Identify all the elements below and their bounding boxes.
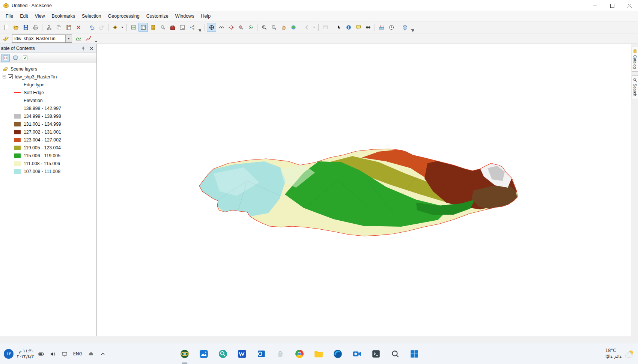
- scene-viewport[interactable]: [97, 44, 631, 336]
- set-observer-icon[interactable]: [246, 23, 255, 32]
- notification-badge[interactable]: ١٣: [4, 349, 14, 359]
- pan-icon[interactable]: [279, 23, 288, 32]
- soft-edge-swatch[interactable]: [14, 92, 21, 93]
- pin-icon[interactable]: [80, 45, 87, 52]
- full-extent-icon[interactable]: [289, 23, 298, 32]
- menu-customize[interactable]: Customize: [143, 12, 172, 20]
- steepest-path-icon[interactable]: [83, 34, 93, 43]
- tree-item-class[interactable]: 134.999 - 138.998: [0, 112, 96, 120]
- class-swatch[interactable]: [14, 161, 21, 166]
- find-icon[interactable]: [363, 23, 373, 32]
- analyst-layer-dropdown[interactable]: Idw_shp3_RasterTin: [12, 35, 72, 43]
- layer-visibility-checkbox[interactable]: [8, 74, 13, 79]
- menu-view[interactable]: View: [32, 12, 48, 20]
- taskbar-photos-icon[interactable]: [197, 347, 211, 361]
- table-of-contents-toggle-icon[interactable]: [138, 23, 148, 32]
- tree-item-class[interactable]: 123.004 - 127.002: [0, 136, 96, 144]
- toc-close-icon[interactable]: [88, 45, 95, 52]
- center-on-target-icon[interactable]: [226, 23, 236, 32]
- previous-extent-icon[interactable]: [302, 23, 311, 32]
- identify-icon[interactable]: [344, 23, 353, 32]
- search-tab[interactable]: Search: [632, 75, 638, 99]
- class-swatch[interactable]: [14, 169, 21, 174]
- class-swatch[interactable]: [14, 138, 21, 142]
- modelbuilder-icon[interactable]: [187, 23, 197, 32]
- extent-dropdown-arrow[interactable]: [313, 27, 315, 28]
- navigate-icon[interactable]: [207, 23, 216, 32]
- select-graphics-icon[interactable]: [334, 23, 343, 32]
- taskbar-outlook-icon[interactable]: [254, 347, 268, 361]
- weather-widget[interactable]: 18°C غائم غالبًا: [605, 343, 638, 364]
- arcmap-launcher-icon[interactable]: [129, 23, 138, 32]
- tree-item-class[interactable]: 138.998 - 142.997: [0, 104, 96, 112]
- zoom-out-icon[interactable]: [269, 23, 278, 32]
- taskbar-camera-icon[interactable]: [350, 347, 364, 361]
- print-icon[interactable]: [31, 23, 40, 32]
- menu-file[interactable]: File: [2, 12, 17, 20]
- paste-icon[interactable]: [64, 23, 73, 32]
- zoom-to-target-icon[interactable]: [236, 23, 245, 32]
- menu-bookmarks[interactable]: Bookmarks: [48, 12, 79, 20]
- tree-item-class[interactable]: 115.006 - 119.005: [0, 152, 96, 159]
- fly-icon[interactable]: [217, 23, 226, 32]
- python-window-icon[interactable]: [178, 23, 187, 32]
- menu-geoprocessing[interactable]: Geoprocessing: [105, 12, 143, 20]
- taskbar-windows-search-icon[interactable]: [388, 347, 402, 361]
- list-by-source-icon[interactable]: [11, 54, 20, 62]
- taskbar-arcscene-icon[interactable]: [178, 347, 192, 361]
- measure-icon[interactable]: [377, 23, 386, 32]
- copy-icon[interactable]: [54, 23, 63, 32]
- interpolate-line-icon[interactable]: [74, 34, 83, 43]
- battery-icon[interactable]: [37, 350, 45, 358]
- open-folder-icon[interactable]: [11, 23, 21, 32]
- class-swatch[interactable]: [14, 106, 21, 111]
- taskbar-edge-icon[interactable]: [331, 347, 345, 361]
- toolbar-overflow-arrow[interactable]: [95, 40, 97, 44]
- language-indicator[interactable]: ENG: [72, 351, 84, 356]
- class-swatch[interactable]: [14, 122, 21, 126]
- search-window-icon[interactable]: [158, 23, 167, 32]
- class-swatch[interactable]: [14, 153, 21, 158]
- menu-windows[interactable]: Windows: [172, 12, 198, 20]
- list-by-drawing-order-icon[interactable]: [1, 54, 10, 62]
- add-data-dropdown-arrow[interactable]: [121, 27, 123, 28]
- list-by-visibility-icon[interactable]: [21, 54, 29, 62]
- cast-monitor-icon[interactable]: [60, 350, 69, 358]
- add-data-icon[interactable]: [110, 23, 120, 32]
- arctoolbox-icon[interactable]: [168, 23, 177, 32]
- tree-item-class[interactable]: 119.005 - 123.004: [0, 144, 96, 152]
- tree-item-class[interactable]: 127.002 - 131.001: [0, 128, 96, 136]
- tree-item-edge-type[interactable]: Edge type: [0, 81, 96, 89]
- tree-item-class[interactable]: 111.008 - 115.006: [0, 159, 96, 167]
- 3d-analyst-cube-icon[interactable]: [400, 23, 409, 32]
- undo-icon[interactable]: [87, 23, 96, 32]
- tree-item-class[interactable]: 107.009 - 111.008: [0, 167, 96, 175]
- catalog-window-icon[interactable]: [148, 23, 158, 32]
- taskbar-file-explorer-icon[interactable]: [311, 347, 326, 361]
- menu-selection[interactable]: Selection: [78, 12, 104, 20]
- catalog-tab[interactable]: Catalog: [632, 47, 638, 72]
- tree-item-scene-layers[interactable]: Scene layers: [0, 65, 96, 73]
- taskbar-clock[interactable]: ١١:٣٠ م ٢٠٢٢/٤/٣: [17, 348, 34, 359]
- save-icon[interactable]: [21, 23, 30, 32]
- class-swatch[interactable]: [14, 114, 21, 119]
- new-document-icon[interactable]: [2, 23, 11, 32]
- tree-item-class[interactable]: 131.001 - 134.999: [0, 120, 96, 128]
- class-swatch[interactable]: [14, 130, 21, 134]
- menu-edit[interactable]: Edit: [17, 12, 32, 20]
- toolbar-overflow-arrow[interactable]: [411, 29, 414, 33]
- html-popup-icon[interactable]: [354, 23, 363, 32]
- close-icon[interactable]: [621, 0, 638, 11]
- cut-icon[interactable]: [44, 23, 54, 32]
- maximize-icon[interactable]: [603, 0, 621, 11]
- time-slider-icon[interactable]: [387, 23, 396, 32]
- delete-icon[interactable]: [74, 23, 83, 32]
- onedrive-cloud-icon[interactable]: [87, 350, 95, 358]
- volume-icon[interactable]: [49, 350, 57, 358]
- minimize-icon[interactable]: [586, 0, 603, 11]
- taskbar-store-icon[interactable]: [273, 347, 287, 361]
- toolbar-overflow-arrow[interactable]: [199, 29, 201, 33]
- zoom-in-icon[interactable]: [259, 23, 269, 32]
- combo-dropdown-arrow[interactable]: [65, 35, 72, 42]
- taskbar-search-app-icon[interactable]: [216, 347, 230, 361]
